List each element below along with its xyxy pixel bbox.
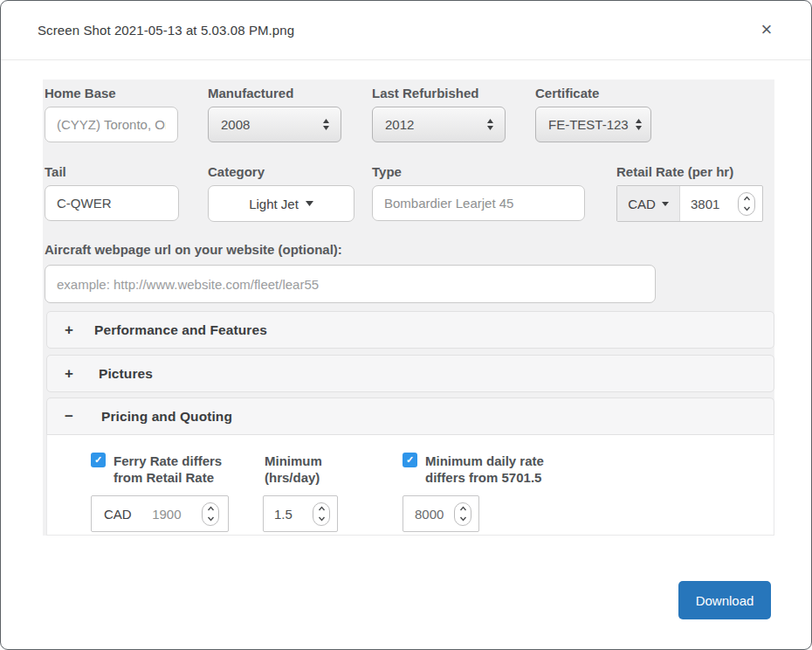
min-daily-rate-checkbox-group: ✓ Minimum daily rate differs from 5701.5 — [403, 453, 544, 486]
collapse-icon: − — [63, 408, 75, 425]
accordion-performance-and-features[interactable]: + Performance and Features — [46, 311, 774, 349]
webpage-url-input[interactable] — [45, 265, 656, 303]
last-refurbished-label: Last Refurbished — [372, 86, 506, 100]
ferry-rate-checkbox[interactable]: ✓ — [91, 453, 106, 467]
min-daily-label-line1: Minimum daily rate — [425, 453, 544, 468]
retail-rate-input[interactable]: 3801 — [680, 186, 762, 221]
last-refurbished-value: 2012 — [385, 117, 486, 132]
tail-input[interactable] — [45, 185, 179, 221]
manufactured-value: 2008 — [221, 117, 322, 132]
retail-rate-label: Retail Rate (per hr) — [616, 164, 763, 179]
minimum-hrs-value: 1.5 — [274, 507, 313, 522]
ferry-rate-input[interactable]: CAD 1900 — [91, 495, 229, 532]
stepper-icon[interactable] — [454, 502, 471, 526]
certificate-label: Certificate — [535, 86, 651, 100]
type-label: Type — [372, 164, 585, 179]
select-arrows-icon — [486, 118, 494, 131]
minimum-hrs-input[interactable]: 1.5 — [263, 495, 338, 532]
accordion-pictures-title: Pictures — [99, 366, 153, 382]
retail-rate-currency: CAD — [628, 197, 656, 211]
min-daily-rate-input[interactable]: 8000 — [403, 495, 479, 532]
aircraft-form-panel: Home Base Manufactured 2008 Last Refurbi… — [43, 80, 774, 536]
stepper-icon[interactable] — [738, 192, 755, 216]
retail-rate-currency-dropdown[interactable]: CAD — [617, 186, 680, 221]
select-arrows-icon — [322, 118, 330, 131]
type-input[interactable] — [372, 185, 585, 221]
min-daily-rate-checkbox[interactable]: ✓ — [403, 453, 417, 467]
accordion-pricing-title: Pricing and Quoting — [101, 409, 232, 425]
category-dropdown[interactable]: Light Jet — [208, 185, 354, 222]
file-preview-modal: Screen Shot 2021-05-13 at 5.03.08 PM.png… — [0, 0, 812, 650]
modal-title: Screen Shot 2021-05-13 at 5.03.08 PM.png — [38, 23, 294, 38]
manufactured-select[interactable]: 2008 — [208, 107, 341, 142]
minimum-hrs-label: Minimum (hrs/day) — [265, 453, 322, 486]
close-icon[interactable]: × — [754, 17, 780, 43]
retail-rate-field: Retail Rate (per hr) CAD 3801 — [616, 164, 763, 222]
home-base-field: Home Base — [45, 86, 178, 142]
last-refurbished-field: Last Refurbished 2012 — [372, 86, 506, 142]
accordion-performance-title: Performance and Features — [94, 322, 267, 338]
certificate-select[interactable]: FE-TEST-123 — [535, 107, 651, 142]
caret-down-icon — [306, 201, 313, 206]
ferry-rate-label-line2: from Retail Rate — [114, 470, 214, 485]
caret-down-icon — [662, 202, 669, 206]
category-field: Category Light Jet — [208, 164, 354, 222]
certificate-field: Certificate FE-TEST-123 — [535, 86, 651, 142]
home-base-input[interactable] — [45, 107, 178, 142]
accordion-pictures[interactable]: + Pictures — [46, 355, 774, 392]
min-daily-rate-checkbox-label: Minimum daily rate differs from 5701.5 — [425, 453, 544, 486]
expand-icon: + — [63, 322, 75, 339]
accordion-pricing-and-quoting[interactable]: − Pricing and Quoting — [46, 398, 774, 435]
retail-rate-group: CAD 3801 — [616, 185, 763, 222]
last-refurbished-select[interactable]: 2012 — [372, 107, 506, 142]
expand-icon: + — [63, 365, 75, 383]
stepper-icon[interactable] — [313, 502, 330, 526]
ferry-rate-value: 1900 — [132, 507, 202, 522]
min-daily-label-line2: differs from 5701.5 — [425, 470, 541, 485]
ferry-rate-checkbox-label: Ferry Rate differs from Retail Rate — [114, 453, 222, 486]
webpage-url-field: Aircraft webpage url on your website (op… — [45, 242, 656, 303]
pricing-section-content: ✓ Ferry Rate differs from Retail Rate CA… — [46, 435, 774, 536]
manufactured-label: Manufactured — [208, 86, 341, 100]
tail-field: Tail — [45, 164, 179, 221]
ferry-rate-currency: CAD — [104, 507, 132, 522]
minimum-label-line2: (hrs/day) — [265, 470, 320, 485]
ferry-rate-checkbox-group: ✓ Ferry Rate differs from Retail Rate — [91, 453, 222, 486]
ferry-rate-label-line1: Ferry Rate differs — [114, 453, 222, 468]
stepper-icon[interactable] — [202, 502, 219, 526]
certificate-value: FE-TEST-123 — [548, 117, 635, 132]
category-value: Light Jet — [249, 197, 299, 211]
min-daily-rate-value: 8000 — [415, 507, 454, 522]
tail-label: Tail — [45, 164, 179, 179]
retail-rate-value: 3801 — [691, 197, 738, 211]
select-arrows-icon — [635, 118, 643, 131]
modal-header: Screen Shot 2021-05-13 at 5.03.08 PM.png… — [1, 1, 811, 60]
webpage-url-label: Aircraft webpage url on your website (op… — [45, 242, 656, 257]
home-base-label: Home Base — [45, 86, 178, 100]
type-field: Type — [372, 164, 585, 221]
category-label: Category — [208, 164, 354, 179]
manufactured-field: Manufactured 2008 — [208, 86, 341, 142]
minimum-label-line1: Minimum — [265, 453, 322, 468]
download-button[interactable]: Download — [678, 581, 771, 619]
